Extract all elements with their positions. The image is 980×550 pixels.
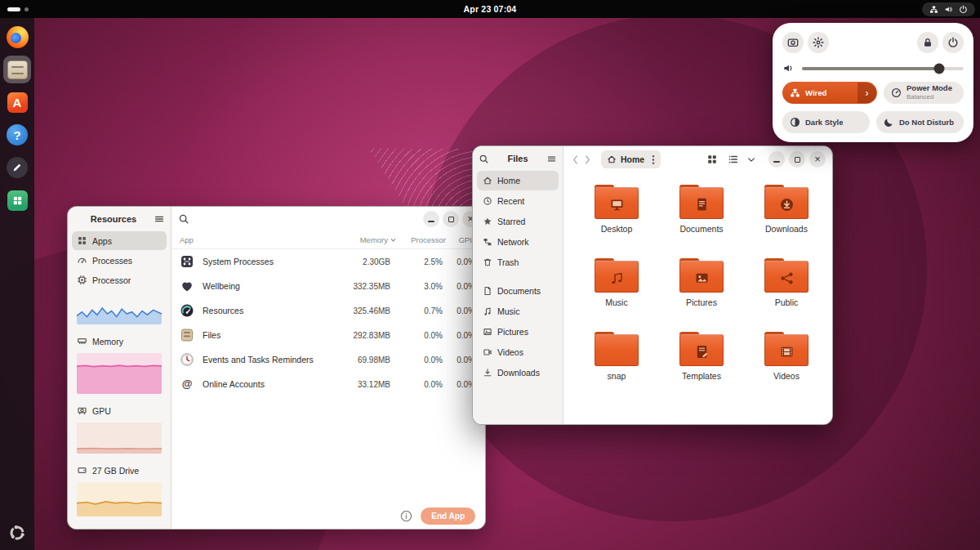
list-view-icon[interactable] [728,154,739,165]
do-not-disturb-toggle[interactable]: Do Not Disturb [876,111,964,133]
folder-item[interactable]: Videos [744,332,829,401]
home-icon [483,176,492,186]
minimize-button[interactable] [423,211,439,227]
resources-sidebar-item[interactable]: Processor [72,271,167,331]
folder-item[interactable]: Public [744,258,829,328]
network-icon [929,5,938,14]
files-sidebar-item[interactable]: Starred [477,212,559,231]
workspace-dot [24,7,29,11]
emblem-public-icon [764,264,808,293]
workspace-indicator[interactable] [7,0,29,18]
dock-item[interactable]: A [3,88,31,116]
resources-sidebar-item[interactable]: Processes [72,251,167,270]
drive-icon [77,465,87,476]
menu-icon[interactable] [154,213,165,225]
download-icon [483,368,492,378]
search-icon[interactable] [479,154,489,164]
emblem-videos-icon [764,338,808,366]
resources-sidebar-item[interactable]: Ethernet Connecti… [72,524,167,529]
resources-sidebar-item[interactable]: GPU [72,401,167,460]
resources-sidebar-item[interactable]: Memory [72,332,167,400]
folder-item[interactable]: snap [574,332,659,401]
clock[interactable]: Apr 23 07:04 [464,4,517,14]
current-location: Home [621,154,644,164]
screenshot-button[interactable] [782,32,804,53]
resources-sidebar-item[interactable]: 27 GB Drive [72,461,167,523]
app-sysproc-icon [180,254,194,269]
trash-icon [483,257,492,267]
folder-item[interactable]: Documents [659,185,744,254]
menu-icon[interactable] [546,154,557,164]
network-icon [483,237,492,247]
column-app[interactable]: App [180,235,332,244]
info-icon[interactable] [400,510,412,522]
dark-style-toggle[interactable]: Dark Style [782,111,870,133]
files-sidebar-item[interactable]: Music [477,302,559,321]
folder-item[interactable]: Desktop [574,185,659,254]
app-resources-icon [180,303,194,318]
show-apps-button[interactable] [3,519,31,547]
maximize-button[interactable] [789,151,805,168]
gpu-icon [77,405,87,416]
path-bar[interactable]: Home [601,150,661,168]
graph-orange-icon [77,482,162,516]
power-mode-toggle[interactable]: Power Mode Balanced [884,82,964,104]
folder-item[interactable]: Pictures [659,258,744,328]
column-memory[interactable]: Memory [360,235,397,244]
back-icon[interactable] [572,154,579,165]
app-row[interactable]: Events and Tasks Reminders 69.98MB 0.0% … [172,347,485,372]
folder-item[interactable]: Music [574,258,659,328]
grid-view-icon[interactable] [706,154,718,165]
power-button[interactable] [942,32,964,53]
grid-icon [77,235,87,246]
dock-item[interactable] [3,23,31,51]
files-sidebar-item[interactable]: Documents [477,281,559,301]
folder-item[interactable]: Downloads [744,185,829,254]
minimize-button[interactable] [768,151,785,168]
maximize-button[interactable] [443,211,459,227]
column-processor[interactable]: Processor [411,235,446,244]
close-button[interactable]: × [809,151,826,168]
sort-chevron-icon[interactable] [747,157,755,163]
dock-item[interactable] [3,154,31,181]
app-row[interactable]: System Processes 2.30GB 2.5% 0.0% [172,249,485,274]
wired-icon [790,87,800,98]
files-sidebar-item[interactable]: Pictures [477,322,559,342]
volume-handle[interactable] [934,63,945,74]
app-row[interactable]: Wellbeing 332.35MB 3.0% 0.0% [172,274,485,298]
settings-button[interactable] [808,32,829,53]
dock-item[interactable] [3,56,31,83]
end-app-button[interactable]: End App [421,508,475,525]
doc-icon [483,286,492,296]
dock-item[interactable] [3,186,31,214]
power-icon [959,5,968,14]
resources-sidebar-item[interactable]: Apps [72,231,167,250]
folder-icon [764,258,808,293]
app-row[interactable]: @ Online Accounts 33.12MB 0.0% 0.0% [172,372,485,396]
folder-icon [595,258,639,293]
location-menu-icon[interactable] [652,154,655,165]
search-icon[interactable] [178,213,189,225]
files-sidebar-item[interactable]: Network [477,232,559,252]
files-window-title: Files [492,154,543,163]
files-sidebar-item[interactable]: Recent [477,191,559,211]
recent-icon [483,196,492,206]
dock-item[interactable]: ? [3,121,31,149]
forward-icon[interactable] [584,154,591,165]
files-sidebar-item[interactable]: Home [477,171,559,190]
volume-slider[interactable] [802,67,964,70]
app-row[interactable]: Resources 325.46MB 0.7% 0.0% [172,298,485,323]
lock-button[interactable] [917,32,938,53]
ethernet-icon [77,528,87,529]
wired-toggle[interactable]: Wired › [782,82,877,104]
files-sidebar-item[interactable]: Videos [477,342,559,362]
folder-item[interactable]: Templates [659,332,744,401]
files-sidebar-item[interactable]: Trash [477,253,559,272]
cpu-icon [77,275,87,285]
sort-caret-icon [390,236,397,244]
app-row[interactable]: Files 292.83MB 0.0% 0.0% [172,323,485,347]
wired-expand-arrow[interactable]: › [858,83,876,103]
system-status-area[interactable] [922,2,975,16]
files-sidebar-item[interactable]: Downloads [477,363,559,382]
dock-editor-icon [7,157,28,178]
